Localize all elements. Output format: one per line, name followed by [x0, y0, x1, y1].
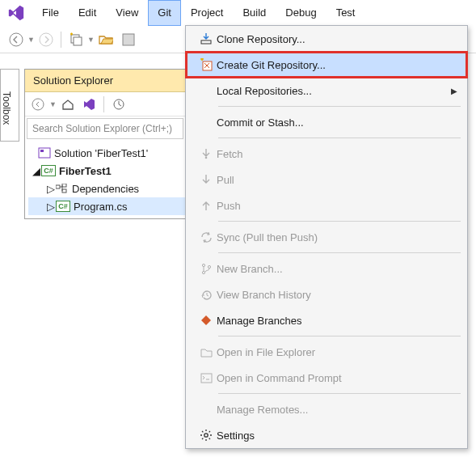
menu-item-label: Create Git Repository... — [217, 59, 467, 71]
menu-item-label: Local Repositories... — [217, 85, 467, 97]
solution-explorer-title: Solution Explorer — [25, 70, 185, 92]
menu-debug[interactable]: Debug — [276, 0, 326, 26]
git-pull: Pull — [186, 167, 467, 193]
git-manage-remotes: Manage Remotes... — [186, 396, 467, 422]
dependencies-node[interactable]: ▷ Dependencies — [28, 180, 185, 197]
git-fetch: Fetch — [186, 141, 467, 167]
svg-rect-3 — [74, 37, 82, 45]
save-button[interactable] — [119, 30, 138, 49]
pull-icon — [196, 174, 217, 185]
git-new-branch: New Branch... — [186, 256, 467, 281]
gear-icon — [196, 429, 217, 442]
pending-changes-button[interactable] — [109, 95, 128, 114]
history-icon — [196, 289, 217, 301]
home-button[interactable] — [58, 95, 78, 114]
menu-separator — [218, 336, 461, 336]
switch-views-button[interactable] — [79, 95, 99, 114]
terminal-icon — [196, 373, 217, 383]
git-commit-stash[interactable]: Commit or Stash... — [186, 109, 467, 135]
search-placeholder-text: Search Solution Explorer (Ctrl+;) — [32, 123, 172, 134]
menu-separator — [218, 221, 461, 222]
menu-separator — [218, 138, 461, 138]
collapse-icon[interactable]: ◢ — [32, 165, 41, 177]
program-label: Program.cs — [74, 201, 127, 213]
menu-test[interactable]: Test — [326, 0, 365, 26]
menu-item-label: Fetch — [217, 148, 467, 160]
git-settings[interactable]: Settings — [186, 422, 467, 448]
menu-item-label: View Branch History — [217, 289, 467, 301]
svg-point-15 — [202, 264, 204, 266]
svg-rect-8 — [40, 150, 44, 152]
menu-git[interactable]: Git — [148, 0, 181, 26]
menu-file[interactable]: File — [32, 0, 69, 26]
branch-icon — [196, 263, 217, 275]
program-file-node[interactable]: ▷ C# Program.cs — [28, 197, 185, 215]
menu-item-label: Manage Branches — [217, 315, 467, 327]
solution-node[interactable]: Solution 'FiberTest1' — [28, 144, 185, 162]
svg-rect-12 — [201, 40, 211, 44]
csharp-project-icon: C# — [41, 165, 56, 176]
create-repo-icon — [196, 58, 217, 71]
svg-rect-10 — [62, 184, 66, 187]
svg-rect-9 — [56, 185, 60, 188]
sync-icon — [196, 231, 217, 243]
svg-rect-7 — [39, 148, 50, 158]
git-open-command-prompt: Open in Command Prompt — [186, 365, 467, 391]
menu-project[interactable]: Project — [181, 0, 233, 26]
svg-rect-11 — [62, 189, 66, 193]
project-label: FiberTest1 — [59, 165, 112, 177]
svg-point-5 — [32, 99, 44, 110]
solution-label: Solution 'FiberTest1' — [54, 147, 148, 159]
nav-back-button[interactable] — [6, 30, 26, 49]
svg-point-1 — [40, 33, 53, 46]
fetch-icon — [196, 148, 217, 159]
git-open-file-explorer: Open in File Explorer — [186, 339, 467, 365]
git-menu-dropdown: Clone Repository... Create Git Repositor… — [185, 25, 468, 449]
git-clone-repository[interactable]: Clone Repository... — [186, 26, 467, 52]
expand-icon[interactable]: ▷ — [46, 201, 56, 213]
nav-forward-button[interactable] — [36, 30, 56, 49]
solution-explorer-panel: Solution Explorer ▼ Search Solution Expl… — [24, 69, 186, 219]
svg-point-19 — [204, 434, 208, 437]
menu-bar: File Edit View Git Project Build Debug T… — [0, 0, 476, 26]
manage-branches-icon — [196, 315, 217, 327]
svg-point-14 — [205, 157, 208, 159]
submenu-arrow-icon: ▶ — [451, 87, 457, 95]
git-branch-history: View Branch History — [186, 281, 467, 307]
open-button[interactable] — [96, 30, 116, 49]
menu-separator — [218, 393, 461, 394]
git-manage-branches[interactable]: Manage Branches — [186, 307, 467, 333]
menu-item-label: Settings — [217, 430, 467, 442]
menu-item-label: Push — [217, 200, 467, 212]
svg-rect-4 — [123, 34, 134, 45]
solution-search-input[interactable]: Search Solution Explorer (Ctrl+;) — [27, 118, 183, 139]
menu-item-label: Pull — [217, 174, 467, 186]
svg-point-16 — [202, 271, 204, 273]
expand-icon[interactable]: ▷ — [46, 183, 56, 195]
new-item-button[interactable] — [66, 30, 86, 49]
menu-view[interactable]: View — [106, 0, 148, 26]
menu-item-label: Manage Remotes... — [217, 404, 467, 416]
menu-item-label: Open in File Explorer — [217, 346, 467, 358]
svg-rect-18 — [201, 374, 212, 383]
git-push: Push — [186, 193, 467, 218]
menu-item-label: Sync (Pull then Push) — [217, 231, 467, 243]
menu-build[interactable]: Build — [233, 0, 276, 26]
menu-item-label: New Branch... — [217, 263, 467, 275]
project-node[interactable]: ◢ C# FiberTest1 — [28, 162, 185, 180]
menu-item-label: Clone Repository... — [217, 33, 467, 45]
solution-tree: Solution 'FiberTest1' ◢ C# FiberTest1 ▷ … — [25, 141, 185, 218]
git-sync: Sync (Pull then Push) — [186, 224, 467, 250]
menu-item-label: Commit or Stash... — [217, 116, 467, 129]
menu-separator — [218, 252, 461, 253]
csharp-file-icon: C# — [56, 201, 70, 212]
menu-edit[interactable]: Edit — [69, 0, 106, 26]
toolbox-tab[interactable]: Toolbox — [0, 69, 19, 142]
git-local-repositories[interactable]: Local Repositories... ▶ — [186, 78, 467, 104]
menu-item-label: Open in Command Prompt — [217, 372, 467, 384]
git-create-repository[interactable]: Create Git Repository... — [186, 52, 467, 78]
menu-separator — [218, 106, 461, 107]
visual-studio-logo-icon — [0, 4, 32, 22]
svg-point-0 — [10, 33, 23, 46]
panel-back-button[interactable] — [28, 95, 48, 114]
